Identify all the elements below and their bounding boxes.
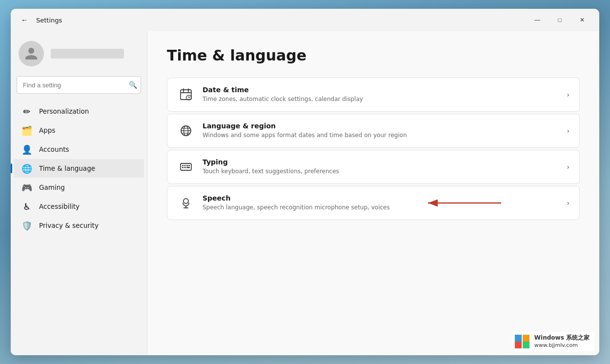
svg-rect-17 [188,165,190,166]
date-time-name: Date & time [203,86,561,94]
watermark: Windows 系统之家 www.bjjmlv.com [512,332,594,351]
watermark-icon [515,334,530,349]
back-button[interactable]: ← [17,12,32,28]
svg-rect-14 [182,165,183,166]
titlebar: ← Settings — □ ✕ [11,9,599,31]
speech-chevron: › [567,199,569,207]
user-icon [24,46,39,61]
typing-name: Typing [203,158,561,166]
svg-rect-28 [515,335,522,342]
sidebar-item-gaming[interactable]: 🎮 Gaming [14,178,144,197]
typing-chevron: › [567,163,569,171]
sidebar-label-gaming: Gaming [39,183,65,191]
svg-rect-0 [181,90,191,100]
privacy-icon: 🛡️ [21,220,32,231]
gaming-icon: 🎮 [21,182,32,193]
speech-name: Speech [203,194,561,202]
svg-text:A: A [186,132,189,136]
maximize-button[interactable]: □ [549,12,571,28]
date-time-icon [177,86,195,103]
sidebar-item-accounts[interactable]: 👤 Accounts [14,140,144,159]
speech-desc: Speech language, speech recognition micr… [203,203,561,212]
typing-icon [177,158,195,176]
user-name-placeholder [51,49,124,59]
time-language-icon: 🌐 [21,163,32,174]
accessibility-icon: ♿ [21,201,32,212]
svg-rect-29 [523,335,529,342]
sidebar-label-time-language: Time & language [39,164,95,172]
typing-text: Typing Touch keyboard, text suggestions,… [203,158,561,176]
window-controls: — □ ✕ [526,12,593,28]
nav-list: ✏️ Personalization 🗂️ Apps 👤 Accounts 🌐 … [11,101,147,235]
language-region-icon: A [177,122,195,140]
language-region-desc: Windows and some apps format dates and t… [203,131,561,140]
sidebar-item-time-language[interactable]: 🌐 Time & language [14,159,144,178]
svg-rect-20 [186,167,190,168]
typing-desc: Touch keyboard, text suggestions, prefer… [203,167,561,176]
language-region-name: Language & region [203,122,561,130]
svg-point-21 [183,199,188,203]
language-region-chevron: › [567,127,569,135]
svg-rect-18 [182,167,183,168]
search-input[interactable] [17,76,141,94]
sidebar: 🔍 ✏️ Personalization 🗂️ Apps 👤 Accounts … [11,31,147,355]
speech-text: Speech Speech language, speech recogniti… [203,194,561,212]
watermark-line1: Windows 系统之家 [534,334,590,342]
date-time-desc: Time zones, automatic clock settings, ca… [203,95,561,103]
svg-rect-26 [515,342,522,348]
sidebar-label-apps: Apps [39,126,55,134]
page-title: Time & language [167,47,580,64]
settings-list: Date & time Time zones, automatic clock … [167,78,580,220]
svg-rect-15 [184,165,186,166]
personalization-icon: ✏️ [21,106,32,117]
apps-icon: 🗂️ [21,125,32,136]
svg-rect-13 [181,163,191,170]
avatar [19,41,44,66]
minimize-button[interactable]: — [526,12,549,28]
close-button[interactable]: ✕ [571,12,593,28]
user-section [11,37,147,76]
setting-item-speech[interactable]: Speech Speech language, speech recogniti… [167,186,580,220]
window-title: Settings [36,17,62,24]
setting-item-date-time[interactable]: Date & time Time zones, automatic clock … [167,78,580,112]
sidebar-item-personalization[interactable]: ✏️ Personalization [14,102,144,121]
svg-rect-27 [523,342,529,348]
main-panel: Time & language [147,31,599,355]
sidebar-label-accessibility: Accessibility [39,202,80,210]
sidebar-label-accounts: Accounts [39,145,69,153]
search-button[interactable]: 🔍 [129,81,137,89]
svg-rect-16 [186,165,188,166]
sidebar-item-accessibility[interactable]: ♿ Accessibility [14,197,144,216]
watermark-line2: www.bjjmlv.com [534,342,590,349]
watermark-text: Windows 系统之家 www.bjjmlv.com [534,334,590,349]
sidebar-label-personalization: Personalization [39,107,89,115]
search-box: 🔍 [17,76,141,94]
setting-item-language-region[interactable]: A Language & region Windows and some app… [167,114,580,148]
content-area: 🔍 ✏️ Personalization 🗂️ Apps 👤 Accounts … [11,31,599,355]
sidebar-label-privacy-security: Privacy & security [39,222,99,229]
setting-item-typing[interactable]: Typing Touch keyboard, text suggestions,… [167,150,580,184]
accounts-icon: 👤 [21,144,32,155]
date-time-chevron: › [567,91,569,99]
sidebar-item-privacy-security[interactable]: 🛡️ Privacy & security [14,216,144,235]
settings-window: ← Settings — □ ✕ 🔍 [11,9,599,355]
sidebar-item-apps[interactable]: 🗂️ Apps [14,121,144,140]
language-region-text: Language & region Windows and some apps … [203,122,561,140]
svg-rect-19 [184,167,186,168]
date-time-text: Date & time Time zones, automatic clock … [203,86,561,103]
speech-icon [177,194,195,212]
